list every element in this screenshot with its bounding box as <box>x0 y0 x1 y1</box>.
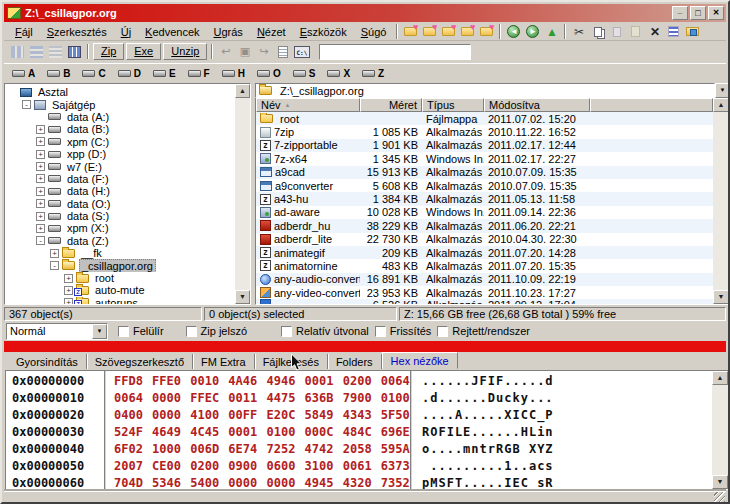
edit-button[interactable] <box>646 24 663 39</box>
address-box[interactable]: Z:\_csillagpor.org <box>255 83 715 98</box>
tree-item[interactable]: - Sajátgép <box>5 98 235 110</box>
expand-toggle-icon[interactable]: + <box>36 137 45 146</box>
tree-item[interactable]: + w7 (E:) <box>5 160 235 172</box>
scroll-down-icon[interactable]: ▼ <box>235 290 250 304</box>
expand-toggle-icon[interactable]: + <box>36 199 45 208</box>
tool-button[interactable] <box>236 44 253 59</box>
menu-item[interactable]: Fájl <box>8 24 40 40</box>
tree-scrollbar[interactable]: ▲ ▼ <box>235 84 250 304</box>
drive-button[interactable]: H <box>222 68 245 79</box>
option-checkbox[interactable]: Frissítés <box>375 325 432 337</box>
tab[interactable]: Hex nézőke <box>382 352 458 369</box>
edit-button[interactable] <box>570 24 587 39</box>
expand-toggle-icon[interactable]: + <box>36 162 45 171</box>
file-row[interactable]: adberdr_hu 38 229 KB Alkalmazás 2011.06.… <box>256 219 713 232</box>
unzip-button[interactable]: Unzip <box>163 43 207 60</box>
menu-item[interactable]: Súgó <box>354 24 394 40</box>
tree-item[interactable]: + data (F:) <box>5 173 235 185</box>
tree-item[interactable]: + xpm (X:) <box>5 222 235 234</box>
expand-toggle-icon[interactable]: + <box>50 249 59 258</box>
drive-button[interactable]: X <box>327 68 350 79</box>
edit-button[interactable] <box>627 24 644 39</box>
tab[interactable]: FM Extra <box>193 354 255 369</box>
mode-dropdown[interactable]: Normál ▼ <box>6 323 108 340</box>
favorite-folder-button[interactable] <box>440 24 457 39</box>
expand-toggle-icon[interactable]: + <box>36 224 45 233</box>
column-header-name[interactable]: Név▲ <box>256 98 360 112</box>
expand-toggle-icon[interactable]: + <box>36 125 45 134</box>
drive-button[interactable]: D <box>118 68 141 79</box>
tree-item[interactable]: + data (S:) <box>5 210 235 222</box>
tree-item[interactable]: + data (H:) <box>5 185 235 197</box>
file-row[interactable]: root Fájlmappa 2011.07.02. 15:20 <box>256 112 713 125</box>
option-checkbox[interactable]: Rejtett/rendszer <box>437 325 530 337</box>
file-row[interactable]: ad-aware 10 028 KB Windows In... 2011.09… <box>256 206 713 219</box>
file-row[interactable]: a9cad 15 913 KB Alkalmazás 2010.07.09. 1… <box>256 166 713 179</box>
edit-button[interactable] <box>684 24 701 39</box>
scroll-up-icon[interactable]: ▲ <box>713 98 729 112</box>
command-input[interactable] <box>319 44 471 60</box>
file-row[interactable]: 7zip 1 085 KB Alkalmazás 2010.11.22. 16:… <box>256 125 713 138</box>
expand-toggle-icon[interactable]: + <box>36 187 45 196</box>
checkbox-icon[interactable] <box>437 326 448 337</box>
menu-item[interactable]: Szerkesztés <box>40 24 114 40</box>
column-header-type[interactable]: Típus <box>422 98 484 112</box>
file-row[interactable]: any-audio-converter 16 891 KB Alkalmazás… <box>256 273 713 286</box>
file-row[interactable]: a9converter 5 608 KB Alkalmazás 2010.07.… <box>256 179 713 192</box>
view-mode-button[interactable] <box>28 44 45 59</box>
edit-button[interactable] <box>665 24 682 39</box>
drive-button[interactable]: F <box>188 68 210 79</box>
checkbox-icon[interactable] <box>375 326 386 337</box>
column-header-modified[interactable]: Módosítva <box>484 98 590 112</box>
option-checkbox[interactable]: Zip jelszó <box>186 325 247 337</box>
drive-button[interactable]: B <box>47 68 70 79</box>
view-mode-button[interactable] <box>66 44 83 59</box>
checkbox-icon[interactable] <box>281 326 292 337</box>
column-header-size[interactable]: Méret <box>360 98 422 112</box>
file-row[interactable]: any-video-converter-free 23 953 KB Alkal… <box>256 286 713 299</box>
tree-item[interactable]: + __fk <box>5 247 235 259</box>
scroll-down-icon[interactable]: ▼ <box>712 475 728 489</box>
view-mode-button[interactable] <box>9 44 26 59</box>
tool-button[interactable] <box>274 44 291 59</box>
scroll-up-icon[interactable]: ▲ <box>235 84 250 98</box>
expand-toggle-icon[interactable]: + <box>36 212 45 221</box>
checkbox-icon[interactable] <box>118 326 129 337</box>
expand-toggle-icon[interactable]: + <box>64 286 73 295</box>
tree-item[interactable]: + xpp (D:) <box>5 148 235 160</box>
edit-button[interactable] <box>608 24 625 39</box>
menu-item[interactable]: Új <box>114 24 138 40</box>
tree-item[interactable]: + data (B:) <box>5 123 235 135</box>
expand-toggle-icon[interactable]: - <box>50 261 59 270</box>
drive-button[interactable]: A <box>12 68 35 79</box>
favorite-folder-button[interactable] <box>402 24 419 39</box>
address-dropdown-icon[interactable]: ▼ <box>715 83 730 98</box>
file-row[interactable]: animatornine 483 KB Alkalmazás 2011.07.2… <box>256 259 713 272</box>
menu-item[interactable]: Nézet <box>250 24 293 40</box>
nav-button[interactable] <box>524 24 541 39</box>
expand-toggle-icon[interactable]: + <box>64 274 73 283</box>
menu-item[interactable]: Ugrás <box>207 24 250 40</box>
tab[interactable]: Gyorsindítás <box>8 354 87 369</box>
zip-button[interactable]: Zip <box>93 43 124 60</box>
drive-button[interactable]: Z <box>362 68 384 79</box>
favorite-folder-button[interactable] <box>478 24 495 39</box>
drive-button[interactable]: O <box>257 68 281 79</box>
tree-item[interactable]: + data (O:) <box>5 198 235 210</box>
tree-item[interactable]: - data (Z:) <box>5 235 235 247</box>
scroll-up-icon[interactable]: ▲ <box>712 371 728 385</box>
tab[interactable]: Folders <box>328 354 382 369</box>
close-button-icon[interactable] <box>708 6 724 20</box>
scroll-down-icon[interactable]: ▼ <box>713 290 729 304</box>
view-mode-button[interactable] <box>47 44 64 59</box>
drive-button[interactable]: E <box>153 68 176 79</box>
tree-item[interactable]: Asztal <box>5 86 235 98</box>
hex-scrollbar[interactable]: ▲ ▼ <box>712 371 728 489</box>
option-checkbox[interactable]: Relatív útvonal <box>281 325 369 337</box>
menu-item[interactable]: Eszközök <box>293 24 354 40</box>
tool-button[interactable] <box>217 44 234 59</box>
tool-button[interactable] <box>255 44 272 59</box>
option-checkbox[interactable]: Felülír <box>118 325 164 337</box>
tree-item[interactable]: + auto-mute <box>5 284 235 296</box>
drive-button[interactable]: C <box>82 68 105 79</box>
